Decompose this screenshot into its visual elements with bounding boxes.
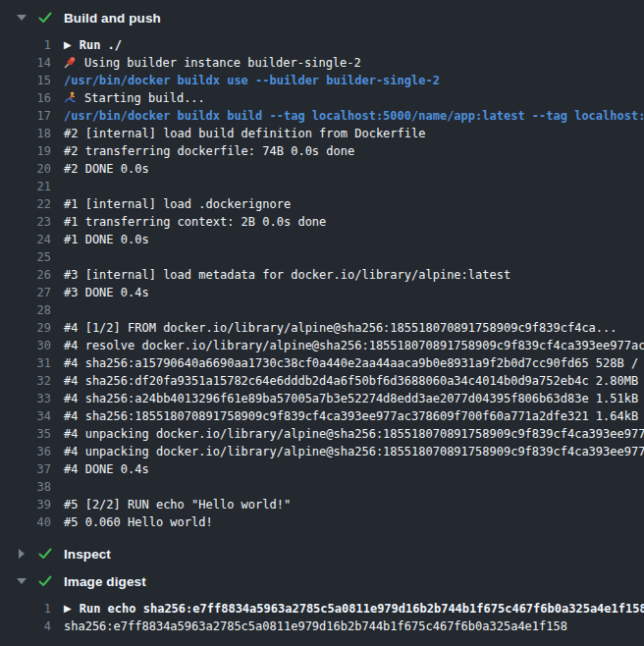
log-text-content: #5 0.060 Hello world! <box>64 515 213 529</box>
log-line[interactable]: 19 #2 transferring dockerfile: 74B 0.0s … <box>0 142 644 160</box>
log-text: #3 [internal] load metadata for docker.i… <box>64 266 510 284</box>
section-title: Build and push <box>64 11 161 26</box>
log-text-content: #4 unpacking docker.io/library/alpine@sh… <box>64 427 644 441</box>
line-number[interactable]: 36 <box>0 443 51 460</box>
line-number[interactable]: 29 <box>0 319 51 337</box>
log-line[interactable]: 31 #4 sha256:a15790640a6690aa1730c38cf0a… <box>0 354 644 372</box>
log-lines: 1 ▶Run ./ 14 Using builder instance buil… <box>0 31 644 540</box>
log-text: #4 unpacking docker.io/library/alpine@sh… <box>64 425 644 443</box>
caret-down-icon[interactable] <box>17 15 27 21</box>
line-number[interactable]: 34 <box>0 407 51 425</box>
log-line[interactable]: 38 <box>0 478 644 496</box>
line-number[interactable]: 17 <box>0 107 51 125</box>
log-line[interactable]: 33 #4 sha256:a24bb4013296f61e89ba57005a7… <box>0 390 644 407</box>
line-number[interactable]: 14 <box>0 54 51 72</box>
log-text: #4 DONE 0.4s <box>64 460 149 478</box>
line-number[interactable]: 16 <box>0 89 51 107</box>
log-text-content: #2 [internal] load build definition from… <box>64 127 425 140</box>
log-line[interactable]: 25 <box>0 248 644 266</box>
log-line[interactable]: 16 Starting build... <box>0 89 644 107</box>
log-line[interactable]: 1 ▶Run ./ <box>0 36 644 54</box>
log-line[interactable]: 39 #5 [2/2] RUN echo "Hello world!" <box>0 496 644 513</box>
line-number[interactable]: 25 <box>0 248 51 266</box>
log-text-content: #5 [2/2] RUN echo "Hello world!" <box>64 498 291 511</box>
log-line[interactable]: 40 #5 0.060 Hello world! <box>0 513 644 531</box>
line-number[interactable]: 22 <box>0 195 51 213</box>
log-text-content: Run ./ <box>80 38 122 52</box>
line-number[interactable]: 30 <box>0 337 51 354</box>
log-line[interactable]: 26 #3 [internal] load metadata for docke… <box>0 266 644 284</box>
line-number[interactable]: 31 <box>0 354 51 372</box>
log-text-content: #1 transferring context: 2B 0.0s done <box>64 215 326 229</box>
log-line[interactable]: 32 #4 sha256:df20fa9351a15782c64e6dddb2d… <box>0 372 644 390</box>
line-number[interactable]: 37 <box>0 460 51 478</box>
line-number[interactable]: 39 <box>0 496 51 513</box>
log-line[interactable]: 18 #2 [internal] load build definition f… <box>0 125 644 142</box>
line-number[interactable]: 40 <box>0 513 51 531</box>
log-lines: 1 ▶Run echo sha256:e7ff8834a5963a2785c5a… <box>0 595 644 644</box>
log-text-content: #4 sha256:185518070891758909c9f839cf4ca3… <box>64 409 644 423</box>
log-line[interactable]: 34 #4 sha256:185518070891758909c9f839cf4… <box>0 407 644 425</box>
log-line[interactable]: 36 #4 unpacking docker.io/library/alpine… <box>0 443 644 460</box>
log-line[interactable]: 15 /usr/bin/docker buildx use --builder … <box>0 72 644 89</box>
log-section-image-digest: Image digest 1 ▶Run echo sha256:e7ff8834… <box>0 567 644 644</box>
line-number[interactable]: 23 <box>0 213 51 231</box>
log-text-content: #2 transferring dockerfile: 74B 0.0s don… <box>64 144 354 158</box>
log-line[interactable]: 4 sha256:e7ff8834a5963a2785c5a0811e979d1… <box>0 618 644 635</box>
section-header[interactable]: Build and push <box>0 4 644 31</box>
line-number[interactable]: 18 <box>0 125 51 142</box>
log-text-content: #4 sha256:a15790640a6690aa1730c38cf0a440… <box>64 356 644 370</box>
section-header[interactable]: Inspect <box>0 540 644 567</box>
log-text: #5 0.060 Hello world! <box>64 513 213 531</box>
line-number[interactable]: 21 <box>0 178 51 195</box>
log-text-content: Starting build... <box>84 91 205 105</box>
log-text-content: #2 DONE 0.0s <box>64 162 149 176</box>
line-number[interactable]: 35 <box>0 425 51 443</box>
line-number[interactable]: 1 <box>0 36 51 54</box>
line-number[interactable]: 15 <box>0 72 51 89</box>
log-line[interactable]: 1 ▶Run echo sha256:e7ff8834a5963a2785c5a… <box>0 600 644 618</box>
log-line[interactable]: 22 #1 [internal] load .dockerignore <box>0 195 644 213</box>
line-number[interactable]: 27 <box>0 284 51 301</box>
log-line[interactable]: 24 #1 DONE 0.0s <box>0 231 644 248</box>
line-number[interactable]: 33 <box>0 390 51 407</box>
log-line[interactable]: 35 #4 unpacking docker.io/library/alpine… <box>0 425 644 443</box>
log-line[interactable]: 37 #4 DONE 0.4s <box>0 460 644 478</box>
line-number[interactable]: 4 <box>0 618 51 635</box>
line-number[interactable]: 20 <box>0 160 51 178</box>
line-number[interactable]: 32 <box>0 372 51 390</box>
log-text: #4 unpacking docker.io/library/alpine@sh… <box>64 443 644 460</box>
caret-down-icon[interactable] <box>17 578 27 584</box>
log-text-content: sha256:e7ff8834a5963a2785c5a0811e979d16b… <box>64 619 567 633</box>
log-text-content: #4 unpacking docker.io/library/alpine@sh… <box>64 445 644 458</box>
log-line[interactable]: 20 #2 DONE 0.0s <box>0 160 644 178</box>
log-line[interactable]: 27 #3 DONE 0.4s <box>0 284 644 301</box>
log-line[interactable]: 17 /usr/bin/docker buildx build --tag lo… <box>0 107 644 125</box>
log-line[interactable]: 30 #4 resolve docker.io/library/alpine@s… <box>0 337 644 354</box>
log-line[interactable]: 21 <box>0 178 644 195</box>
line-number[interactable]: 24 <box>0 231 51 248</box>
caret-right-icon[interactable] <box>19 549 25 559</box>
line-number[interactable]: 19 <box>0 142 51 160</box>
check-icon <box>38 575 52 587</box>
log-text-content: /usr/bin/docker buildx use --builder bui… <box>64 74 440 87</box>
line-number[interactable]: 28 <box>0 301 51 319</box>
log-text-content: #4 sha256:df20fa9351a15782c64e6dddb2d4a6… <box>64 374 644 388</box>
section-title: Inspect <box>64 547 111 562</box>
play-icon[interactable]: ▶ <box>64 36 72 54</box>
line-number[interactable]: 1 <box>0 600 51 618</box>
log-line[interactable]: 28 <box>0 301 644 319</box>
log-line[interactable]: 14 Using builder instance builder-single… <box>0 54 644 72</box>
section-header[interactable]: Image digest <box>0 567 644 595</box>
check-icon <box>38 12 52 24</box>
log-text: sha256:e7ff8834a5963a2785c5a0811e979d16b… <box>64 618 567 635</box>
log-line[interactable]: 23 #1 transferring context: 2B 0.0s done <box>0 213 644 231</box>
line-number[interactable]: 26 <box>0 266 51 284</box>
line-number[interactable]: 38 <box>0 478 51 496</box>
log-text: #4 sha256:185518070891758909c9f839cf4ca3… <box>64 407 644 425</box>
play-icon[interactable]: ▶ <box>64 600 72 618</box>
log-text: #3 DONE 0.4s <box>64 284 149 301</box>
log-text-content: #3 DONE 0.4s <box>64 286 149 299</box>
log-text: /usr/bin/docker buildx use --builder bui… <box>64 72 440 89</box>
log-line[interactable]: 29 #4 [1/2] FROM docker.io/library/alpin… <box>0 319 644 337</box>
